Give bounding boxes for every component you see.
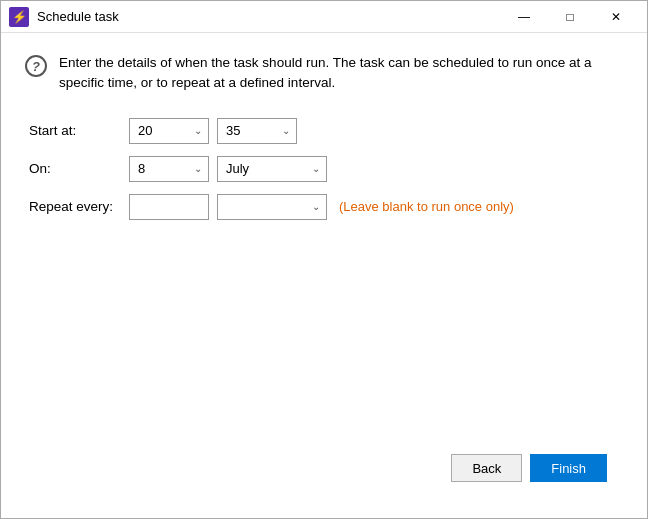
content-area: ? Enter the details of when the task sho…	[1, 33, 647, 518]
minute-value: 35	[226, 123, 274, 138]
repeat-unit-dropdown[interactable]: ⌄	[217, 194, 327, 220]
day-value: 8	[138, 161, 186, 176]
hour-dropdown[interactable]: 20 ⌄	[129, 118, 209, 144]
repeat-hint: (Leave blank to run once only)	[339, 199, 514, 214]
description-text: Enter the details of when the task shoul…	[59, 53, 623, 94]
on-row: On: 8 ⌄ July ⌄	[29, 156, 623, 182]
on-controls: 8 ⌄ July ⌄	[129, 156, 327, 182]
start-at-controls: 20 ⌄ 35 ⌄	[129, 118, 297, 144]
app-icon: ⚡	[9, 7, 29, 27]
schedule-task-window: ⚡ Schedule task — □ ✕ ? Enter the detail…	[0, 0, 648, 519]
minimize-button[interactable]: —	[501, 1, 547, 33]
title-bar-buttons: — □ ✕	[501, 1, 639, 33]
month-value: July	[226, 161, 304, 176]
start-at-row: Start at: 20 ⌄ 35 ⌄	[29, 118, 623, 144]
title-bar: ⚡ Schedule task — □ ✕	[1, 1, 647, 33]
day-dropdown-arrow: ⌄	[194, 163, 202, 174]
minute-dropdown[interactable]: 35 ⌄	[217, 118, 297, 144]
footer: Back Finish	[25, 442, 623, 498]
repeat-every-controls: ⌄ (Leave blank to run once only)	[129, 194, 514, 220]
maximize-button[interactable]: □	[547, 1, 593, 33]
window-title: Schedule task	[37, 9, 501, 24]
day-dropdown[interactable]: 8 ⌄	[129, 156, 209, 182]
minute-dropdown-arrow: ⌄	[282, 125, 290, 136]
repeat-every-row: Repeat every: ⌄ (Leave blank to run once…	[29, 194, 623, 220]
month-dropdown[interactable]: July ⌄	[217, 156, 327, 182]
hour-dropdown-arrow: ⌄	[194, 125, 202, 136]
repeat-interval-input[interactable]	[129, 194, 209, 220]
repeat-every-label: Repeat every:	[29, 199, 129, 214]
repeat-unit-dropdown-arrow: ⌄	[312, 201, 320, 212]
start-at-label: Start at:	[29, 123, 129, 138]
form-section: Start at: 20 ⌄ 35 ⌄ On: 8	[29, 118, 623, 220]
description-area: ? Enter the details of when the task sho…	[25, 53, 623, 94]
hour-value: 20	[138, 123, 186, 138]
finish-button[interactable]: Finish	[530, 454, 607, 482]
back-button[interactable]: Back	[451, 454, 522, 482]
info-icon: ?	[25, 55, 47, 77]
month-dropdown-arrow: ⌄	[312, 163, 320, 174]
close-button[interactable]: ✕	[593, 1, 639, 33]
on-label: On:	[29, 161, 129, 176]
